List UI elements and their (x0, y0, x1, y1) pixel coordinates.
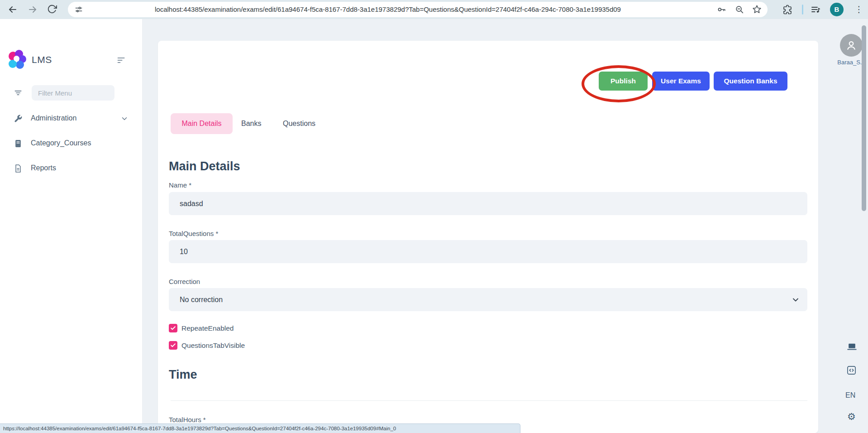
browser-toolbar: localhost:44385/examination/exams/edit/6… (0, 0, 868, 19)
section-title-time: Time (169, 368, 197, 382)
user-avatar[interactable] (840, 34, 863, 57)
sidebar-item-category-courses[interactable]: Category_Courses (0, 135, 143, 153)
correction-select[interactable]: No correction (169, 288, 807, 311)
sidebar-item-label: Administration (31, 114, 76, 122)
browser-menu-icon[interactable]: ⋮ (854, 3, 863, 16)
repeate-enabled-checkbox[interactable] (169, 324, 177, 332)
name-label: Name * (169, 181, 191, 189)
questions-tab-visible-checkbox[interactable] (169, 341, 177, 350)
code-panel-icon[interactable] (846, 365, 857, 375)
tab-banks[interactable]: Banks (241, 113, 261, 134)
wrench-icon (14, 114, 23, 123)
sidebar-collapse-icon[interactable] (116, 56, 128, 65)
exam-edit-card (158, 41, 818, 433)
scrollbar-thumb[interactable] (862, 25, 866, 211)
check-icon (170, 342, 176, 348)
name-input[interactable]: sadasd (169, 192, 807, 215)
laptop-icon[interactable] (846, 342, 858, 352)
toolbar-divider (802, 5, 803, 14)
section-divider (171, 400, 807, 401)
filter-icon (14, 88, 23, 97)
address-bar[interactable]: localhost:44385/examination/exams/edit/6… (68, 2, 768, 17)
publish-button[interactable]: Publish (599, 72, 648, 91)
sidebar-item-reports[interactable]: Reports (0, 159, 143, 178)
user-exams-button[interactable]: User Exams (652, 72, 710, 91)
browser-profile-avatar[interactable]: B (830, 3, 844, 16)
sidebar: LMS Administration Category_Courses Repo… (0, 19, 143, 433)
bookmark-star-icon[interactable] (752, 4, 761, 13)
brand-name: LMS (32, 54, 52, 65)
tab-main-details[interactable]: Main Details (171, 113, 233, 134)
chevron-down-icon (120, 115, 129, 123)
questions-tab-visible-label[interactable]: QuestionsTabVisible (181, 342, 245, 350)
repeate-enabled-label[interactable]: RepeateEnabled (181, 324, 234, 332)
total-questions-label: TotalQuestions * (169, 230, 218, 237)
report-file-icon (14, 164, 23, 173)
zoom-out-icon[interactable] (734, 5, 744, 14)
filter-menu-input[interactable] (32, 85, 114, 101)
settings-gear-icon[interactable]: ⚙ (847, 411, 856, 422)
section-title-main-details: Main Details (169, 159, 240, 173)
link-preview-statusbar: https://localhost:44385/examination/exam… (0, 423, 520, 433)
site-settings-icon[interactable] (74, 5, 83, 14)
reload-icon[interactable] (47, 4, 58, 15)
total-hours-label: TotalHours * (169, 416, 206, 423)
password-key-icon[interactable] (716, 5, 725, 14)
total-questions-input[interactable]: 10 (169, 240, 807, 263)
correction-label: Correction (169, 278, 200, 285)
extensions-puzzle-icon[interactable] (782, 4, 792, 15)
language-selector[interactable]: EN (845, 391, 855, 399)
question-banks-button[interactable]: Question Banks (714, 72, 787, 91)
check-icon (170, 325, 176, 331)
forward-icon[interactable] (27, 4, 38, 15)
book-icon (14, 139, 23, 148)
lms-logo-icon (8, 50, 27, 69)
tab-questions[interactable]: Questions (283, 113, 315, 134)
playlist-music-icon[interactable] (810, 4, 821, 15)
back-icon[interactable] (7, 4, 18, 15)
person-icon (844, 38, 858, 52)
url-text[interactable]: localhost:44385/examination/exams/edit/6… (155, 2, 621, 17)
sidebar-item-label: Reports (31, 164, 56, 172)
sidebar-item-label: Category_Courses (31, 139, 91, 147)
sidebar-item-administration[interactable]: Administration (0, 110, 143, 128)
